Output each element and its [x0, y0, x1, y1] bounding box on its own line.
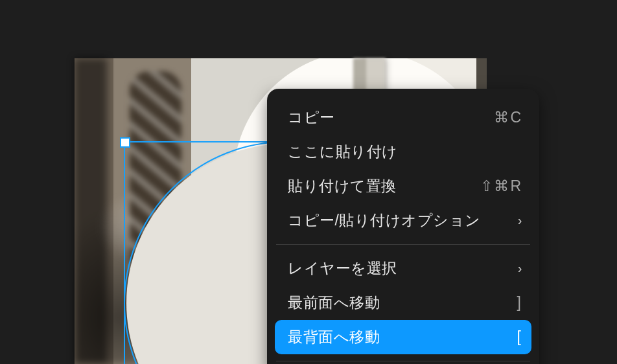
- menu-label: コピー: [288, 108, 335, 128]
- menu-item-send-to-back[interactable]: 最背面へ移動 [: [275, 320, 531, 354]
- menu-item-bring-to-front[interactable]: 最前面へ移動 ]: [267, 286, 539, 320]
- menu-divider: [276, 361, 530, 361]
- menu-shortcut: [: [517, 328, 522, 346]
- menu-label: レイヤーを選択: [288, 258, 397, 279]
- menu-item-paste-replace[interactable]: 貼り付けて置換 ⇧⌘R: [267, 169, 539, 203]
- menu-divider: [276, 244, 530, 245]
- context-menu: コピー ⌘C ここに貼り付け 貼り付けて置換 ⇧⌘R コピー/貼り付けオプション…: [267, 89, 539, 364]
- menu-item-copy[interactable]: コピー ⌘C: [267, 100, 539, 135]
- chevron-right-icon: ›: [518, 261, 522, 276]
- menu-shortcut: ⌘C: [494, 109, 522, 126]
- menu-label: 最背面へ移動: [288, 327, 380, 347]
- menu-label: 最前面へ移動: [288, 293, 380, 313]
- menu-item-select-layer[interactable]: レイヤーを選択 ›: [267, 251, 539, 286]
- selection-handle-nw[interactable]: [120, 137, 130, 148]
- menu-label: コピー/貼り付けオプション: [288, 210, 481, 231]
- menu-shortcut: ]: [517, 294, 522, 312]
- menu-label: 貼り付けて置換: [288, 176, 397, 196]
- menu-item-paste-here[interactable]: ここに貼り付け: [267, 135, 539, 169]
- menu-shortcut: ⇧⌘R: [480, 177, 522, 195]
- chevron-right-icon: ›: [518, 213, 522, 228]
- menu-item-copy-paste-options[interactable]: コピー/貼り付けオプション ›: [267, 203, 539, 238]
- menu-label: ここに貼り付け: [288, 142, 398, 162]
